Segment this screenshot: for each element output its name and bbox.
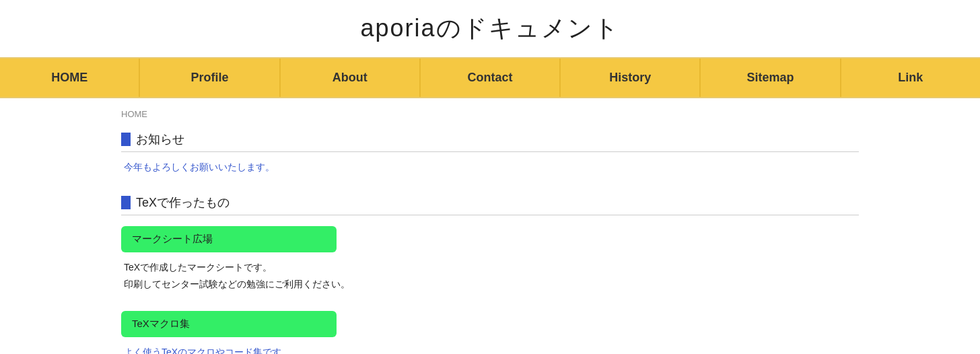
tex-item-macro: TeXマクロ集 よく使うTeXのマクロやコード集です。 (121, 307, 859, 354)
nav-item-link[interactable]: Link (841, 59, 980, 97)
nav-bar: HOME Profile About Contact History Sitem… (0, 57, 980, 98)
tex-item-marksheet: マークシート広場 TeXで作成したマークシートです。 印刷してセンター試験などの… (121, 222, 859, 293)
section-news-header: お知らせ (121, 131, 859, 152)
nav-item-profile[interactable]: Profile (140, 59, 280, 97)
marksheet-desc-line2: 印刷してセンター試験などの勉強にご利用ください。 (124, 279, 350, 289)
section-news-content: 今年もよろしくお願いいたします。 (124, 159, 859, 176)
macro-button[interactable]: TeXマクロ集 (121, 311, 337, 337)
marksheet-button[interactable]: マークシート広場 (121, 226, 337, 252)
nav-item-contact[interactable]: Contact (421, 59, 561, 97)
nav-item-home[interactable]: HOME (0, 59, 140, 97)
macro-desc-line1: よく使うTeXのマクロやコード集です。 (124, 347, 291, 354)
macro-desc: よく使うTeXのマクロやコード集です。 (124, 344, 859, 354)
section-marker-news (121, 133, 131, 146)
nav-item-history[interactable]: History (561, 59, 701, 97)
section-news: お知らせ 今年もよろしくお願いいたします。 (121, 131, 859, 176)
section-marker-tex (121, 196, 131, 209)
page-title: aporiaのドキュメント (0, 0, 980, 57)
section-news-title: お知らせ (136, 131, 184, 147)
content-area: HOME お知らせ 今年もよろしくお願いいたします。 TeXで作ったもの マーク… (0, 98, 980, 354)
nav-item-about[interactable]: About (281, 59, 421, 97)
section-tex-header: TeXで作ったもの (121, 194, 859, 215)
section-tex: TeXで作ったもの マークシート広場 TeXで作成したマークシートです。 印刷し… (121, 194, 859, 354)
breadcrumb: HOME (121, 109, 859, 119)
nav-item-sitemap[interactable]: Sitemap (701, 59, 841, 97)
marksheet-desc: TeXで作成したマークシートです。 印刷してセンター試験などの勉強にご利用くださ… (124, 259, 859, 293)
marksheet-desc-line1: TeXで作成したマークシートです。 (124, 262, 272, 273)
section-tex-title: TeXで作ったもの (136, 194, 230, 211)
